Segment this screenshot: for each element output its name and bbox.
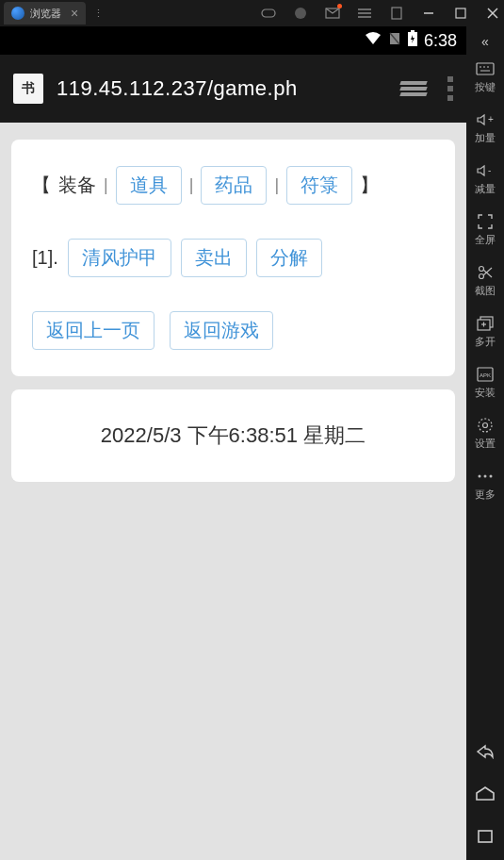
tabs-icon[interactable] bbox=[400, 81, 427, 96]
side-label: 按键 bbox=[475, 80, 496, 94]
mail-icon[interactable] bbox=[325, 6, 340, 21]
window-titlebar: 浏览器 × ⋮ bbox=[0, 0, 504, 26]
side-label: 设置 bbox=[475, 437, 496, 451]
site-favicon: 书 bbox=[13, 74, 43, 104]
svg-point-34 bbox=[484, 475, 487, 478]
android-home-icon[interactable] bbox=[475, 786, 496, 806]
svg-rect-36 bbox=[479, 831, 492, 842]
svg-point-31 bbox=[479, 419, 492, 432]
svg-rect-13 bbox=[411, 30, 415, 32]
side-voldown[interactable]: - 减量 bbox=[466, 155, 504, 206]
decompose-btn[interactable]: 分解 bbox=[256, 239, 322, 277]
status-time: 6:38 bbox=[424, 31, 457, 51]
back-btn[interactable]: 返回上一页 bbox=[32, 311, 154, 350]
battery-icon bbox=[407, 30, 418, 51]
svg-rect-6 bbox=[392, 8, 401, 19]
side-volup[interactable]: + 加量 bbox=[466, 104, 504, 155]
more-icon bbox=[476, 468, 495, 485]
phone-screen: 6:38 书 119.45.112.237/game.ph 【装备| 道具 | bbox=[0, 26, 466, 860]
svg-point-35 bbox=[490, 475, 493, 478]
side-multi[interactable]: 多开 bbox=[466, 307, 504, 358]
multi-instance-icon bbox=[476, 315, 495, 332]
minimize-icon[interactable] bbox=[421, 6, 436, 21]
side-label: 安装 bbox=[475, 386, 496, 400]
user-icon[interactable] bbox=[293, 6, 308, 21]
sell-btn[interactable]: 卖出 bbox=[181, 239, 247, 277]
side-label: 多开 bbox=[475, 335, 496, 349]
fullscreen-icon bbox=[476, 213, 495, 230]
bracket-close: 】 bbox=[360, 173, 379, 198]
browser-tab-icon bbox=[11, 7, 24, 20]
maximize-icon[interactable] bbox=[453, 6, 468, 21]
category-btn-0[interactable]: 道具 bbox=[116, 166, 182, 205]
category-header: 装备 bbox=[58, 173, 96, 198]
android-status-bar: 6:38 bbox=[0, 26, 466, 55]
side-settings[interactable]: 设置 bbox=[466, 409, 504, 460]
volume-down-icon: - bbox=[476, 162, 495, 179]
side-label: 全屏 bbox=[475, 233, 496, 247]
category-btn-2[interactable]: 符箓 bbox=[286, 166, 352, 205]
collapse-sidebar-icon[interactable]: « bbox=[466, 30, 504, 53]
timestamp-panel: 2022/5/3 下午6:38:51 星期二 bbox=[11, 389, 455, 482]
side-more[interactable]: 更多 bbox=[466, 460, 504, 511]
item-index: [1]. bbox=[32, 247, 58, 269]
side-fullscreen[interactable]: 全屏 bbox=[466, 206, 504, 256]
close-tab-icon[interactable]: × bbox=[71, 6, 78, 21]
wifi-icon bbox=[364, 31, 382, 50]
side-label: 更多 bbox=[475, 488, 496, 502]
tab-title: 浏览器 bbox=[30, 7, 61, 21]
scissors-icon bbox=[476, 264, 495, 281]
svg-text:-: - bbox=[488, 165, 491, 175]
svg-point-1 bbox=[295, 8, 306, 19]
keyboard-icon bbox=[476, 60, 495, 77]
device-icon[interactable] bbox=[389, 6, 404, 21]
item-name-btn[interactable]: 清风护甲 bbox=[68, 239, 171, 277]
sim-icon bbox=[388, 31, 401, 50]
category-btn-1[interactable]: 药品 bbox=[201, 166, 267, 205]
svg-rect-0 bbox=[262, 9, 275, 17]
svg-rect-8 bbox=[456, 8, 465, 18]
volume-up-icon: + bbox=[476, 111, 495, 128]
game-panel: 【装备| 道具 | 药品 | 符箓 】 [1]. 清风护甲 卖出 分解 bbox=[11, 140, 455, 376]
return-game-btn[interactable]: 返回游戏 bbox=[170, 311, 273, 350]
side-install[interactable]: APK 安装 bbox=[466, 358, 504, 409]
svg-text:APK: APK bbox=[480, 372, 491, 378]
svg-point-33 bbox=[479, 475, 481, 478]
apk-icon: APK bbox=[476, 366, 495, 383]
browser-url-bar: 书 119.45.112.237/game.ph bbox=[0, 55, 466, 123]
browser-menu-icon[interactable] bbox=[447, 76, 453, 101]
item-row: [1]. 清风护甲 卖出 分解 bbox=[32, 239, 434, 277]
svg-point-32 bbox=[483, 423, 488, 428]
category-row: 【装备| 道具 | 药品 | 符箓 】 bbox=[32, 166, 434, 205]
svg-point-21 bbox=[480, 267, 484, 272]
url-text[interactable]: 119.45.112.237/game.ph bbox=[57, 76, 387, 101]
nav-buttons bbox=[475, 744, 496, 860]
side-label: 截图 bbox=[475, 284, 496, 298]
svg-rect-14 bbox=[477, 63, 494, 74]
close-window-icon[interactable] bbox=[485, 6, 500, 21]
svg-text:+: + bbox=[488, 114, 494, 124]
emulator-sidebar: « 按键 + 加量 - 减量 全屏 截图 多开 APK 安装 bbox=[466, 26, 504, 860]
svg-point-22 bbox=[480, 274, 484, 279]
menu-lines-icon[interactable] bbox=[357, 6, 372, 21]
side-keys[interactable]: 按键 bbox=[466, 53, 504, 104]
tab-menu-icon[interactable]: ⋮ bbox=[93, 8, 104, 20]
page-content: 【装备| 道具 | 药品 | 符箓 】 [1]. 清风护甲 卖出 分解 bbox=[0, 123, 466, 860]
gear-icon bbox=[476, 417, 495, 434]
timestamp-text: 2022/5/3 下午6:38:51 星期二 bbox=[32, 416, 434, 455]
android-back-icon[interactable] bbox=[476, 744, 495, 764]
bracket-open: 【 bbox=[32, 173, 51, 198]
nav-row: 返回上一页 返回游戏 bbox=[32, 311, 434, 350]
browser-tab[interactable]: 浏览器 × bbox=[4, 2, 86, 25]
titlebar-controls bbox=[261, 6, 500, 21]
side-label: 减量 bbox=[475, 182, 496, 196]
side-screenshot[interactable]: 截图 bbox=[466, 256, 504, 307]
gamepad-icon[interactable] bbox=[261, 6, 276, 21]
side-label: 加量 bbox=[475, 131, 496, 145]
android-recent-icon[interactable] bbox=[477, 829, 494, 849]
